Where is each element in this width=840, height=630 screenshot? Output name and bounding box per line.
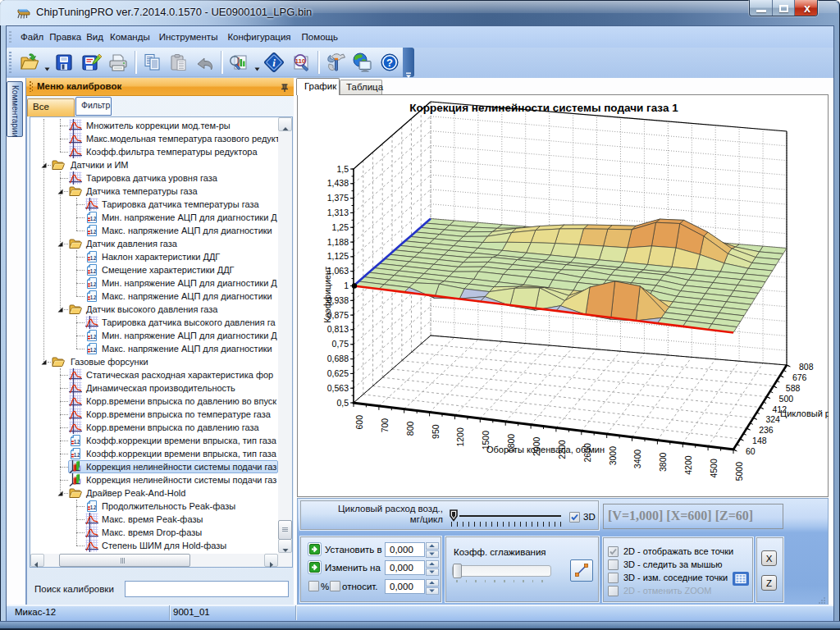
- svg-text:5000: 5000: [734, 462, 744, 482]
- svg-text:808: 808: [799, 362, 814, 372]
- svg-text:3000: 3000: [608, 446, 618, 466]
- svg-text:1,375: 1,375: [327, 193, 349, 203]
- svg-text:3800: 3800: [658, 452, 668, 472]
- svg-text:110: 110: [295, 57, 306, 65]
- svg-text:Коэффициент: Коэффициент: [322, 266, 332, 322]
- svg-text:676: 676: [792, 372, 807, 382]
- svg-text:1,25: 1,25: [332, 222, 349, 232]
- svg-text:0,688: 0,688: [327, 354, 349, 363]
- svg-text:0,75: 0,75: [332, 339, 349, 349]
- svg-text:1.2: 1.2: [90, 215, 96, 222]
- svg-text:Цикловый ра: Цикловый ра: [780, 409, 829, 418]
- svg-text:1: 1: [344, 281, 349, 290]
- svg-text:Обороты коленвала, об/мин: Обороты коленвала, об/мин: [486, 445, 605, 454]
- svg-text:1,188: 1,188: [327, 237, 349, 247]
- svg-text:1.2: 1.2: [74, 438, 80, 445]
- svg-text:?: ?: [386, 57, 393, 69]
- svg-text:1.2: 1.2: [90, 281, 96, 288]
- svg-text:1.2: 1.2: [90, 254, 96, 262]
- svg-text:0,5: 0,5: [336, 398, 349, 408]
- svg-text:0,563: 0,563: [327, 383, 349, 393]
- svg-text:700: 700: [380, 418, 390, 433]
- svg-text:1,438: 1,438: [327, 178, 349, 188]
- svg-text:1.2: 1.2: [90, 294, 96, 301]
- svg-text:1,125: 1,125: [327, 251, 349, 261]
- svg-text:60: 60: [746, 446, 756, 456]
- svg-text:1.2: 1.2: [90, 228, 96, 235]
- svg-text:588: 588: [786, 383, 801, 393]
- svg-text:236: 236: [759, 425, 774, 435]
- svg-text:950: 950: [431, 424, 441, 439]
- svg-text:3400: 3400: [633, 450, 643, 469]
- svg-text:4200: 4200: [683, 455, 693, 475]
- svg-text:1,313: 1,313: [327, 208, 349, 217]
- svg-text:1200: 1200: [456, 427, 466, 447]
- svg-text:800: 800: [405, 421, 415, 436]
- svg-text:Коррекция нелинейности системы: Коррекция нелинейности системы подачи га…: [409, 102, 678, 114]
- svg-text:0,813: 0,813: [327, 324, 349, 334]
- svg-text:600: 600: [354, 415, 364, 430]
- svg-text:0,625: 0,625: [327, 368, 349, 378]
- svg-text:1.2: 1.2: [90, 333, 96, 340]
- svg-text:i: i: [272, 57, 276, 69]
- svg-text:500: 500: [779, 394, 794, 404]
- svg-text:1,5: 1,5: [336, 164, 349, 174]
- svg-text:1.2: 1.2: [90, 267, 96, 275]
- svg-text:324: 324: [765, 414, 780, 424]
- svg-text:1.2: 1.2: [90, 504, 96, 511]
- svg-text:1.2: 1.2: [90, 346, 96, 354]
- svg-text:4500: 4500: [709, 459, 719, 478]
- svg-text:1.2: 1.2: [74, 451, 80, 459]
- svg-text:148: 148: [752, 436, 767, 445]
